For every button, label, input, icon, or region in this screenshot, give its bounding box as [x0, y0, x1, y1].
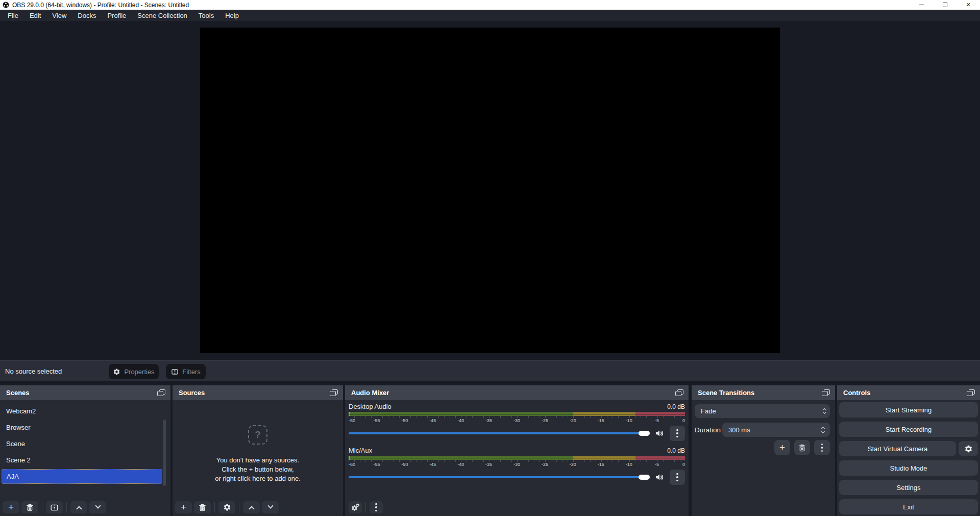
channel-level-db: 0.0 dB — [667, 447, 685, 454]
duration-value: 300 ms — [722, 426, 750, 434]
transition-select[interactable]: Fade — [695, 404, 830, 418]
mute-toggle[interactable] — [654, 428, 665, 438]
menu-tools[interactable]: Tools — [193, 10, 219, 21]
volume-slider-handle[interactable] — [639, 431, 650, 436]
plus-icon: + — [8, 503, 14, 512]
scenes-dock-header: Scenes — [0, 385, 170, 400]
add-transition-button[interactable]: + — [774, 440, 790, 455]
window-title: OBS 29.0.0 (64-bit, windows) - Profile: … — [12, 2, 189, 9]
scene-item-rename-field[interactable]: AJA — [2, 469, 162, 484]
meter-tick-label: -25 — [542, 418, 548, 423]
channel-menu-button[interactable] — [670, 470, 685, 485]
spin-arrows — [818, 427, 830, 433]
scenes-toolbar: + — [3, 501, 106, 513]
exit-button[interactable]: Exit — [839, 499, 978, 514]
popout-dock-icon[interactable] — [822, 389, 830, 396]
scenes-scrollbar[interactable] — [163, 420, 166, 486]
add-scene-button[interactable]: + — [3, 501, 19, 513]
program-canvas[interactable] — [200, 28, 780, 353]
scenes-dock: Scenes Webcam2 Browser Scene Scene 2 AJA… — [0, 385, 170, 516]
meter-tick-labels: -60-55-50-45-40-35-30-25-20-15-10-50 — [349, 418, 685, 424]
studio-mode-button[interactable]: Studio Mode — [839, 460, 978, 476]
menu-docks[interactable]: Docks — [72, 10, 102, 21]
move-source-down-button[interactable] — [262, 501, 279, 513]
channel-level-db: 0.0 dB — [667, 403, 685, 410]
remove-transition-button[interactable] — [794, 440, 810, 455]
meter-tick-label: -50 — [401, 462, 408, 467]
popout-dock-icon[interactable] — [675, 389, 683, 396]
scene-item-label: Scene 2 — [6, 456, 31, 464]
duration-spinbox[interactable]: 300 ms — [722, 423, 830, 437]
popout-dock-icon[interactable] — [157, 389, 165, 396]
transition-menu-button[interactable] — [814, 440, 830, 455]
audio-mixer-dock: Audio Mixer Desktop Audio 0.0 dB -60-55-… — [345, 385, 689, 516]
channel-menu-button[interactable] — [670, 426, 685, 441]
volume-meter — [349, 456, 685, 460]
combo-arrows — [819, 404, 830, 418]
scene-item-label: AJA — [7, 473, 19, 480]
filter-icon — [171, 368, 179, 376]
menu-edit[interactable]: Edit — [24, 10, 46, 21]
start-streaming-button[interactable]: Start Streaming — [839, 402, 978, 417]
popout-dock-icon[interactable] — [330, 389, 338, 396]
menu-view[interactable]: View — [46, 10, 72, 21]
scene-item[interactable]: Scene 2 — [0, 452, 170, 468]
filter-icon — [50, 503, 59, 512]
minimize-button[interactable] — [910, 0, 933, 10]
move-scene-up-button[interactable] — [70, 501, 87, 513]
start-recording-button[interactable]: Start Recording — [839, 422, 978, 437]
source-properties-button[interactable] — [218, 501, 235, 513]
menu-help[interactable]: Help — [219, 10, 244, 21]
channel-name: Mic/Aux — [349, 447, 372, 454]
volume-slider-handle[interactable] — [639, 475, 650, 480]
meter-tick-label: -30 — [513, 462, 520, 467]
volume-slider[interactable] — [349, 431, 650, 436]
close-button[interactable]: ✕ — [957, 0, 980, 10]
restore-button[interactable] — [933, 0, 957, 10]
chevron-up-icon — [76, 506, 82, 511]
virtual-camera-settings-button[interactable] — [959, 441, 978, 456]
window-controls: ✕ — [910, 0, 980, 10]
start-virtual-camera-button[interactable]: Start Virtual Camera — [839, 441, 956, 456]
dots-vertical-icon — [375, 503, 377, 512]
mixer-toolbar — [349, 501, 383, 513]
empty-state-line: You don't have any sources. — [173, 456, 343, 465]
controls-dock-header: Controls — [837, 385, 980, 400]
meter-tick-label: -10 — [626, 462, 632, 467]
mute-toggle[interactable] — [654, 472, 665, 482]
dots-vertical-icon — [821, 444, 823, 452]
remove-scene-button[interactable] — [21, 501, 38, 513]
popout-dock-icon[interactable] — [967, 389, 975, 396]
toolbar-separator — [42, 502, 42, 512]
settings-button[interactable]: Settings — [839, 480, 978, 495]
scene-item[interactable]: Scene — [0, 435, 170, 452]
mixer-menu-button[interactable] — [370, 501, 383, 513]
duration-row: Duration 300 ms — [695, 423, 830, 437]
scene-filters-button[interactable] — [46, 501, 63, 513]
volume-slider-rail — [349, 432, 650, 434]
properties-button[interactable]: Properties — [109, 364, 159, 379]
sources-dock-header: Sources — [173, 385, 343, 400]
menu-scene-collection[interactable]: Scene Collection — [132, 10, 193, 21]
audio-mixer-dock-header: Audio Mixer — [345, 385, 689, 400]
meter-tick-label: -25 — [542, 462, 548, 467]
scene-item[interactable]: Webcam2 — [0, 403, 170, 419]
meter-tick-label: -20 — [570, 462, 576, 467]
scene-transitions-dock: Scene Transitions Fade Duration 300 ms + — [692, 385, 835, 516]
dots-vertical-icon — [676, 429, 678, 438]
filters-button[interactable]: Filters — [166, 364, 206, 379]
obs-logo-icon — [3, 2, 9, 8]
chevron-up-icon — [249, 506, 254, 511]
advanced-audio-properties-button[interactable] — [349, 501, 362, 513]
scene-item[interactable]: Browser — [0, 419, 170, 435]
spin-down-icon[interactable] — [821, 429, 824, 433]
meter-tick-label: 0 — [682, 462, 685, 467]
remove-source-button[interactable] — [194, 501, 211, 513]
menu-file[interactable]: File — [2, 10, 24, 21]
add-source-button[interactable]: + — [175, 501, 192, 513]
gear-icon — [964, 445, 973, 453]
move-scene-down-button[interactable] — [89, 501, 106, 513]
menu-profile[interactable]: Profile — [102, 10, 132, 21]
volume-slider[interactable] — [349, 475, 650, 480]
move-source-up-button[interactable] — [243, 501, 260, 513]
